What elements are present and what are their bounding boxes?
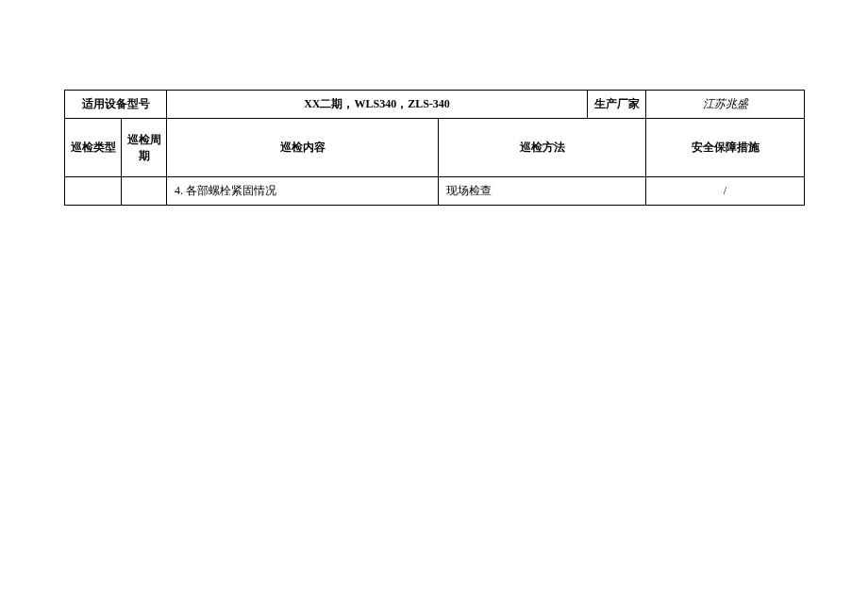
cell-period [122, 177, 167, 206]
cell-content: 4. 各部螺栓紧固情况 [167, 177, 439, 206]
inspection-table: 适用设备型号 XX二期，WLS340，ZLS-340 生产厂家 江苏兆盛 巡检类… [64, 90, 805, 206]
col-safety: 安全保障措施 [646, 119, 805, 177]
cell-type [65, 177, 122, 206]
col-method: 巡检方法 [439, 119, 646, 177]
col-type: 巡检类型 [65, 119, 122, 177]
col-content: 巡检内容 [167, 119, 439, 177]
table-header-row-2: 巡检类型 巡检周期 巡检内容 巡检方法 安全保障措施 [65, 119, 805, 177]
col-period: 巡检周期 [122, 119, 167, 177]
cell-method: 现场检查 [439, 177, 646, 206]
equip-model-value: XX二期，WLS340，ZLS-340 [167, 91, 588, 119]
manufacturer-value: 江苏兆盛 [646, 91, 805, 119]
table-header-row-1: 适用设备型号 XX二期，WLS340，ZLS-340 生产厂家 江苏兆盛 [65, 91, 805, 119]
equip-model-label: 适用设备型号 [65, 91, 167, 119]
cell-safety: / [646, 177, 805, 206]
table-row: 4. 各部螺栓紧固情况 现场检查 / [65, 177, 805, 206]
manufacturer-label: 生产厂家 [588, 91, 646, 119]
